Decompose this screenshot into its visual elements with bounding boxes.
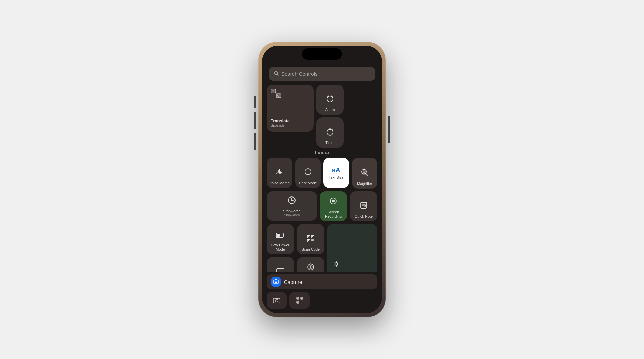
- svg-line-28: [366, 173, 368, 175]
- svg-rect-42: [277, 234, 280, 237]
- translate-icon-area: 文 A: [271, 89, 310, 118]
- translate-icon: 文 A: [271, 89, 281, 100]
- svg-rect-43: [277, 269, 284, 272]
- svg-line-17: [278, 171, 279, 173]
- quick-note-icon: [359, 201, 368, 212]
- scan-code-tile[interactable]: Scan Code: [297, 224, 324, 254]
- bottom-tile-qr[interactable]: [289, 292, 310, 309]
- phone-screen: Search Controls 文: [262, 46, 382, 313]
- screen-mirroring-icon: [276, 267, 285, 272]
- volume-up-button[interactable]: [254, 112, 256, 129]
- svg-line-20: [281, 172, 282, 173]
- search-bar[interactable]: Search Controls: [269, 67, 375, 81]
- svg-line-16: [277, 172, 277, 173]
- svg-rect-70: [275, 279, 277, 280]
- screen-recording-tile[interactable]: Screen Recording: [320, 191, 347, 221]
- dark-mode-icon: [304, 167, 312, 178]
- magnifier-tile[interactable]: Magnifier: [352, 158, 378, 189]
- recognise-music-tile[interactable]: Recognise Music: [297, 257, 324, 272]
- magnifier-icon: [360, 168, 369, 179]
- svg-point-21: [305, 169, 311, 175]
- voice-memo-tile[interactable]: Voice Memo: [267, 158, 292, 188]
- svg-rect-71: [273, 298, 280, 303]
- svg-text:A: A: [277, 95, 279, 97]
- quick-note-tile[interactable]: Quick Note: [350, 191, 377, 221]
- svg-line-66: [334, 265, 335, 266]
- svg-line-65: [338, 262, 338, 263]
- left-col-4: Low Power Mode Screen Mirr: [267, 224, 294, 272]
- svg-line-64: [334, 262, 335, 263]
- svg-line-1: [277, 74, 279, 75]
- translate-bottom: Translate Spanish: [271, 118, 310, 127]
- svg-text:文: 文: [272, 90, 274, 92]
- screen-recording-label: Screen Recording: [320, 210, 347, 219]
- volume-down-button[interactable]: [254, 133, 256, 150]
- dark-mode-label: Dark Mode: [299, 181, 317, 185]
- capture-icon-bg: [271, 277, 281, 287]
- low-power-tile[interactable]: Low Power Mode: [267, 224, 294, 254]
- svg-rect-79: [297, 302, 298, 303]
- home-scene-icon: [331, 260, 342, 272]
- svg-rect-78: [301, 298, 302, 299]
- stopwatch-tile[interactable]: Stopwatch Stopwatch: [267, 191, 317, 221]
- controls-grid: 文 A Translate Spanish: [262, 85, 382, 272]
- dark-mode-tile[interactable]: Dark Mode: [295, 158, 321, 188]
- alarm-icon: [326, 94, 334, 105]
- svg-rect-77: [297, 298, 298, 299]
- power-button[interactable]: [388, 116, 390, 143]
- low-power-icon: [276, 232, 285, 240]
- svg-rect-41: [283, 234, 284, 236]
- voice-memo-label: Voice Memo: [269, 181, 290, 185]
- dynamic-island: [302, 48, 342, 60]
- row-4: Low Power Mode Screen Mirr: [267, 224, 377, 272]
- brightness-col: [323, 158, 349, 189]
- alarm-label: Alarm: [325, 108, 335, 112]
- bottom-icons-row: [267, 292, 377, 311]
- row-1: 文 A Translate Spanish: [267, 85, 377, 148]
- svg-point-58: [310, 266, 311, 268]
- svg-rect-49: [308, 236, 309, 237]
- voice-memo-icon: [275, 167, 284, 178]
- mid-col-4: Scan Code: [297, 224, 324, 272]
- stopwatch-label: Stopwatch: [283, 209, 300, 213]
- svg-line-67: [338, 265, 338, 266]
- translate-tile[interactable]: 文 A Translate Spanish: [267, 85, 314, 132]
- translate-subtitle: Spanish: [271, 123, 310, 127]
- stopwatch-sublabel: Stopwatch: [284, 213, 300, 217]
- magnifier-label: Magnifier: [357, 182, 372, 186]
- alarm-tile[interactable]: Alarm: [316, 85, 344, 115]
- stopwatch-icon-row: [287, 195, 297, 206]
- search-placeholder: Search Controls: [281, 71, 318, 77]
- scan-code-label: Scan Code: [302, 247, 320, 252]
- svg-rect-50: [312, 236, 313, 237]
- capture-label: Capture: [284, 279, 302, 285]
- recognise-music-icon: [306, 263, 315, 272]
- mute-button[interactable]: [254, 96, 256, 108]
- home-scene-tile[interactable]: Scene or Accessory Home: [327, 224, 377, 272]
- svg-point-69: [275, 281, 277, 283]
- capture-row[interactable]: Capture: [267, 274, 377, 289]
- svg-rect-73: [275, 298, 278, 299]
- svg-line-19: [280, 171, 281, 173]
- screen-content: Search Controls 文: [262, 46, 382, 313]
- timer-icon: [326, 127, 334, 138]
- svg-rect-51: [308, 240, 309, 241]
- row-3: Stopwatch Stopwatch Screen Recording: [267, 191, 377, 221]
- translate-row-label: Translate: [267, 149, 377, 155]
- svg-point-36: [332, 200, 335, 202]
- quick-note-label: Quick Note: [355, 214, 373, 219]
- svg-point-72: [275, 299, 278, 302]
- phone-frame: Search Controls 文: [258, 42, 386, 317]
- svg-rect-68: [274, 280, 278, 284]
- low-power-label: Low Power Mode: [267, 243, 294, 252]
- screen-mirroring-tile[interactable]: Screen Mirroring: [267, 257, 294, 272]
- capture-icon: [273, 279, 279, 285]
- screen-recording-icon: [329, 197, 338, 207]
- scan-code-icon: [306, 234, 315, 245]
- timer-tile[interactable]: Timer: [316, 117, 344, 148]
- bottom-section: Capture: [262, 272, 382, 313]
- timer-label: Timer: [325, 141, 335, 145]
- svg-point-59: [335, 263, 338, 265]
- right-col-1: Alarm: [316, 85, 377, 148]
- bottom-tile-camera[interactable]: [267, 292, 287, 309]
